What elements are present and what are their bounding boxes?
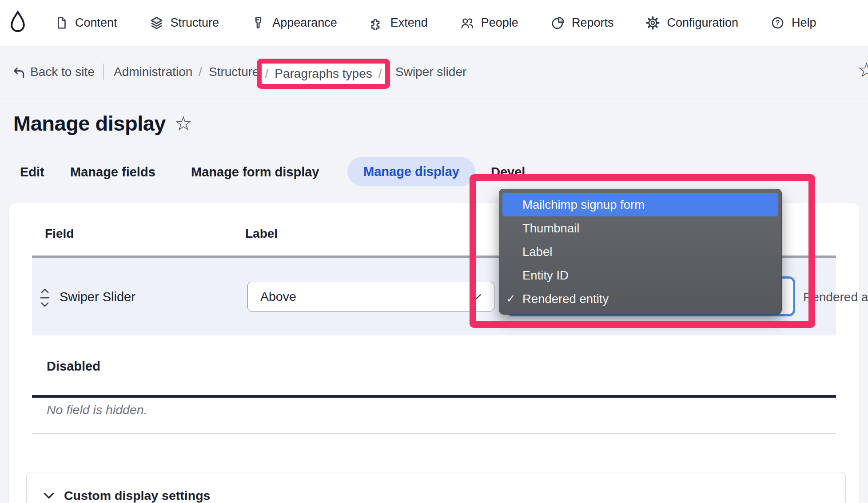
nav-label: Content xyxy=(75,16,117,30)
chevron-down-icon xyxy=(472,294,482,299)
nav-item-help[interactable]: ? Help xyxy=(770,16,816,30)
nav-item-extend[interactable]: Extend xyxy=(369,16,428,30)
disabled-region-title: Disabled xyxy=(47,359,100,374)
menu-option-entity-id[interactable]: Entity ID xyxy=(502,263,778,287)
back-to-site-link[interactable]: Back to site xyxy=(30,65,95,79)
tab-manage-form-display[interactable]: Manage form display xyxy=(191,165,319,180)
question-mark-icon: ? xyxy=(770,16,785,30)
check-icon: ✓ xyxy=(506,287,516,311)
custom-display-settings-box: Custom display settings xyxy=(26,472,846,503)
menu-option-label[interactable]: Label xyxy=(502,240,778,263)
disabled-region-border xyxy=(32,395,836,398)
tab-devel[interactable]: Devel xyxy=(491,165,525,180)
gear-icon xyxy=(645,16,660,30)
tab-edit[interactable]: Edit xyxy=(20,165,44,180)
format-summary-text: Rendered as xyxy=(803,290,868,304)
drupal-logo-icon[interactable] xyxy=(8,9,28,37)
page-title: Manage display xyxy=(13,111,166,136)
nav-label: Appearance xyxy=(272,16,337,30)
tab-manage-fields[interactable]: Manage fields xyxy=(70,165,155,180)
nav-label: Structure xyxy=(171,16,219,30)
breadcrumb-divider xyxy=(103,64,104,80)
file-icon xyxy=(54,16,68,30)
breadcrumb-structure[interactable]: Structure xyxy=(209,65,259,79)
custom-display-settings-toggle[interactable]: Custom display settings xyxy=(44,488,210,503)
menu-option-thumbnail[interactable]: Thumbnail xyxy=(502,216,778,240)
page-title-row: Manage display ☆ xyxy=(13,111,192,136)
drag-handle-icon[interactable] xyxy=(38,287,52,309)
menu-option-mailchimp[interactable]: Mailchimp signup form xyxy=(502,193,778,216)
nav-label: Reports xyxy=(572,16,614,30)
header-divider xyxy=(0,99,868,99)
nav-item-reports[interactable]: Reports xyxy=(550,16,614,30)
chevron-down-icon xyxy=(44,492,54,499)
nav-label: Configuration xyxy=(667,16,738,30)
nav-label: People xyxy=(481,16,518,30)
annotation-box-breadcrumb: / Paragraphs types / xyxy=(257,59,390,89)
row-divider xyxy=(32,433,836,434)
label-select-value: Above xyxy=(260,289,472,304)
pie-chart-icon xyxy=(550,16,565,30)
breadcrumb-separator: / xyxy=(378,67,382,81)
back-arrow-icon[interactable] xyxy=(11,65,26,79)
no-field-hidden-message: No field is hidden. xyxy=(47,403,147,417)
nav-item-appearance[interactable]: Appearance xyxy=(251,16,337,30)
paintbrush-icon xyxy=(251,16,266,30)
admin-toolbar: Content Structure Appearance Extend Peop… xyxy=(0,0,868,46)
favorite-star-icon[interactable]: ☆ xyxy=(175,114,192,133)
tab-manage-display-active[interactable]: Manage display xyxy=(347,157,475,186)
breadcrumb-separator: / xyxy=(265,67,268,81)
nav-item-people[interactable]: People xyxy=(460,16,518,30)
column-header-field: Field xyxy=(45,227,74,241)
active-tab-label: Manage display xyxy=(363,164,459,179)
nav-item-structure[interactable]: Structure xyxy=(149,16,219,30)
svg-text:?: ? xyxy=(776,19,780,27)
field-name: Swiper Slider xyxy=(60,290,135,304)
menu-option-label: Rendered entity xyxy=(522,292,609,306)
breadcrumb-current: Swiper slider xyxy=(395,65,466,79)
format-dropdown-menu: Mailchimp signup form Thumbnail Label En… xyxy=(499,189,782,315)
puzzle-icon xyxy=(369,16,384,30)
breadcrumb-administration[interactable]: Administration xyxy=(114,65,192,79)
nav-label: Help xyxy=(792,16,816,30)
people-icon xyxy=(460,16,474,30)
menu-option-rendered-entity[interactable]: ✓Rendered entity xyxy=(502,287,778,311)
nav-item-configuration[interactable]: Configuration xyxy=(645,16,738,30)
nav-label: Extend xyxy=(390,16,428,30)
column-header-label: Label xyxy=(245,227,278,241)
nav-item-content[interactable]: Content xyxy=(54,16,117,30)
bookmark-star-icon[interactable]: ☆ xyxy=(857,58,868,82)
breadcrumb-paragraphs-types[interactable]: Paragraphs types xyxy=(275,67,372,81)
breadcrumb-separator: / xyxy=(199,65,202,79)
custom-display-settings-label: Custom display settings xyxy=(64,488,210,503)
label-select[interactable]: Above xyxy=(247,282,494,311)
layers-icon xyxy=(149,16,164,30)
